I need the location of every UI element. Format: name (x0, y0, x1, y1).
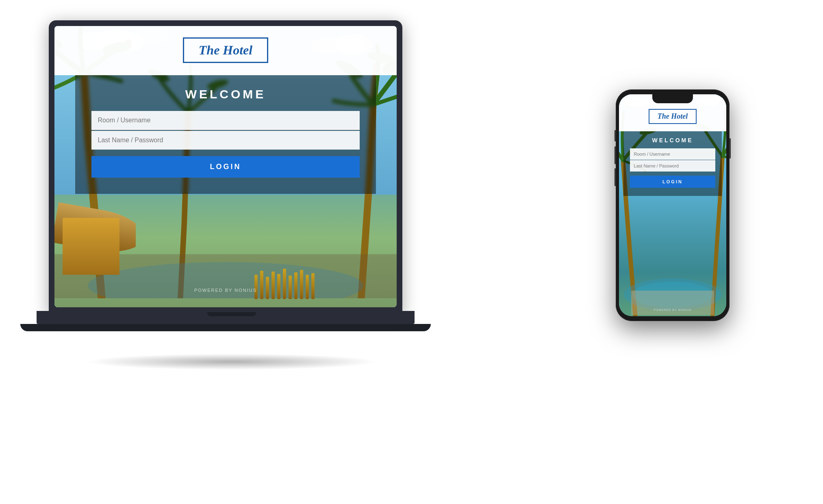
scene: The Hotel WELCOME LOGIN POWERED BY NONIU… (0, 0, 823, 504)
svg-rect-15 (715, 98, 719, 101)
phone-volume-down-button (615, 168, 616, 186)
laptop-camera-notch (207, 312, 256, 316)
password-input-laptop[interactable] (91, 131, 360, 150)
laptop-shadow (85, 354, 378, 370)
powered-by-laptop: POWERED BY NONIUS (194, 283, 257, 299)
phone-volume-up-button (615, 146, 616, 164)
phone-welcome-card: WELCOME LOGIN (623, 131, 722, 196)
powered-by-phone: POWERED BY NONIUS (654, 308, 692, 311)
svg-rect-11 (702, 98, 703, 102)
battery-icon (714, 97, 721, 102)
signal-icon (699, 97, 705, 102)
laptop-header-strip: The Hotel (54, 26, 397, 75)
phone-status-bar: 9:41 (624, 95, 721, 103)
phone-mute-button (615, 130, 616, 141)
username-input-laptop[interactable] (91, 111, 360, 130)
hotel-logo-laptop: The Hotel (183, 37, 268, 63)
welcome-title-phone: WELCOME (630, 137, 716, 143)
laptop-outer-frame: The Hotel WELCOME LOGIN POWERED BY NONIU… (49, 20, 402, 313)
login-button-laptop[interactable]: LOGIN (91, 156, 360, 178)
phone-power-button (730, 138, 731, 159)
hotel-logo-text-laptop: The Hotel (199, 43, 252, 57)
welcome-title-laptop: WELCOME (91, 87, 360, 101)
svg-rect-14 (721, 98, 721, 100)
svg-rect-9 (699, 100, 700, 102)
laptop-welcome-card: WELCOME LOGIN (75, 75, 376, 194)
phone-screen: The Hotel WELCOME LOGIN POWERED BY NONIU… (619, 94, 726, 316)
hotel-logo-phone: The Hotel (649, 109, 697, 124)
login-button-phone[interactable]: LOGIN (630, 176, 716, 188)
wifi-icon (707, 97, 712, 102)
hotel-logo-text-phone: The Hotel (658, 112, 688, 120)
laptop-device: The Hotel WELCOME LOGIN POWERED BY NONIU… (49, 20, 415, 386)
phone-outer-frame: 9:41 (616, 89, 730, 321)
password-input-phone[interactable] (630, 160, 716, 172)
laptop-screen: The Hotel WELCOME LOGIN POWERED BY NONIU… (54, 26, 397, 307)
svg-rect-10 (700, 99, 701, 102)
phone-login-panel: The Hotel WELCOME LOGIN POWERED BY NONIU… (619, 94, 726, 316)
svg-rect-12 (704, 97, 705, 102)
phone-time: 9:41 (624, 96, 634, 102)
phone-status-icons (699, 97, 721, 102)
phone-device: 9:41 (616, 89, 730, 317)
laptop-login-panel: The Hotel WELCOME LOGIN POWERED BY NONIU… (54, 26, 397, 307)
username-input-phone[interactable] (630, 148, 716, 160)
